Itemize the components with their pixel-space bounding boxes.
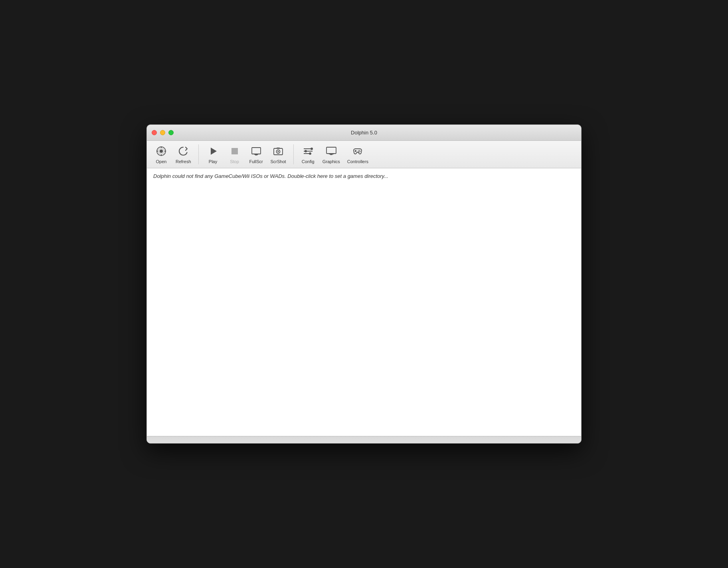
scrshot-button[interactable]: ScrShot — [267, 143, 289, 166]
svg-rect-23 — [329, 154, 334, 154]
application-window: Dolphin 5.0 Open — [146, 124, 582, 444]
open-icon — [155, 145, 168, 158]
svg-point-27 — [359, 150, 360, 151]
open-button[interactable]: Open — [151, 143, 172, 166]
statusbar — [147, 436, 581, 443]
svg-marker-7 — [211, 148, 217, 155]
screenshot-icon — [272, 145, 285, 158]
toolbar: Open Refresh Play — [147, 141, 581, 168]
separator-1 — [198, 144, 199, 164]
svg-rect-26 — [355, 151, 357, 152]
open-label: Open — [156, 159, 167, 164]
stop-icon — [228, 145, 241, 158]
svg-rect-10 — [254, 154, 258, 155]
svg-point-14 — [277, 151, 279, 152]
refresh-icon — [177, 145, 190, 158]
graphics-icon — [325, 145, 338, 158]
config-label: Config — [302, 159, 315, 164]
svg-point-20 — [305, 150, 307, 152]
empty-message: Dolphin could not find any GameCube/Wii … — [153, 173, 575, 179]
separator-2 — [293, 144, 294, 164]
svg-point-19 — [311, 148, 313, 150]
svg-point-2 — [160, 150, 163, 153]
svg-rect-11 — [255, 155, 257, 156]
titlebar: Dolphin 5.0 — [147, 125, 581, 141]
svg-rect-4 — [161, 154, 162, 156]
maximize-button[interactable] — [168, 130, 174, 135]
svg-rect-8 — [231, 148, 238, 154]
svg-point-30 — [359, 152, 360, 152]
svg-rect-22 — [326, 147, 336, 154]
graphics-label: Graphics — [322, 159, 340, 164]
games-list-area[interactable]: Dolphin could not find any GameCube/Wii … — [147, 168, 581, 436]
controllers-icon — [351, 145, 364, 158]
svg-rect-15 — [277, 148, 280, 149]
svg-rect-6 — [164, 151, 166, 152]
scrshot-label: ScrShot — [271, 159, 286, 164]
svg-point-21 — [309, 152, 311, 155]
svg-rect-24 — [330, 154, 332, 155]
play-button[interactable]: Play — [203, 143, 224, 166]
svg-point-28 — [360, 151, 361, 152]
stop-label: Stop — [230, 159, 239, 164]
controllers-label: Controllers — [347, 159, 368, 164]
close-button[interactable] — [152, 130, 157, 135]
fullscr-label: FullScr — [249, 159, 263, 164]
svg-rect-5 — [156, 151, 158, 152]
refresh-label: Refresh — [176, 159, 191, 164]
config-icon — [302, 145, 315, 158]
minimize-button[interactable] — [160, 130, 165, 135]
graphics-button[interactable]: Graphics — [319, 143, 343, 166]
window-title: Dolphin 5.0 — [351, 130, 377, 136]
fullscr-button[interactable]: FullScr — [246, 143, 267, 166]
fullscreen-icon — [250, 145, 263, 158]
svg-rect-16 — [304, 148, 311, 149]
controllers-button[interactable]: Controllers — [344, 143, 372, 166]
play-icon — [207, 145, 220, 158]
svg-rect-3 — [161, 146, 162, 148]
svg-rect-9 — [252, 148, 261, 154]
window-controls — [152, 130, 174, 135]
play-label: Play — [209, 159, 217, 164]
stop-button[interactable]: Stop — [224, 143, 245, 166]
svg-point-29 — [358, 151, 359, 152]
svg-rect-18 — [304, 153, 309, 154]
config-button[interactable]: Config — [298, 143, 318, 166]
refresh-button[interactable]: Refresh — [172, 143, 194, 166]
